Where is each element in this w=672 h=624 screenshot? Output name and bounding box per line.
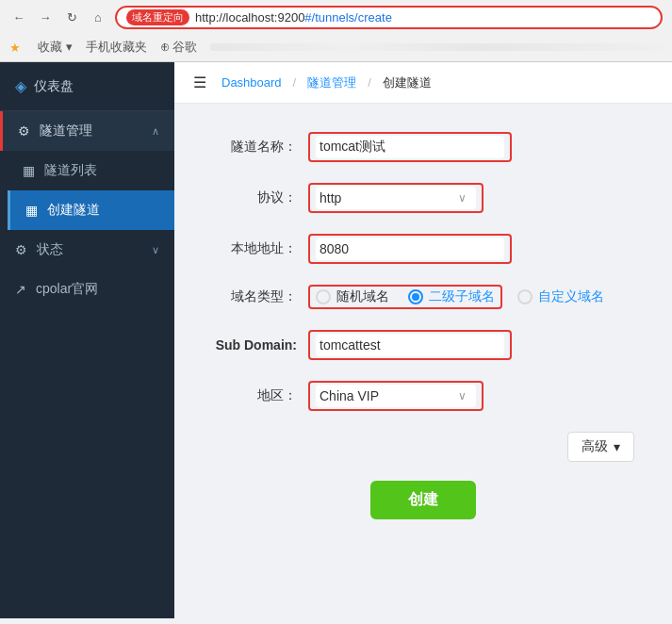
cpolar-label: cpolar官网 (36, 281, 98, 298)
local-address-highlight (308, 234, 512, 264)
home-button[interactable]: ⌂ (89, 8, 107, 27)
tunnel-name-input[interactable] (316, 136, 504, 158)
create-button[interactable]: 创建 (370, 481, 476, 519)
cpolar-icon: ↗ (15, 282, 26, 297)
form-area: 隧道名称： 协议： http https tcp udp (174, 104, 672, 618)
protocol-highlight: http https tcp udp ∨ (308, 183, 484, 213)
sidebar-item-tunnel-list[interactable]: ▦ 隧道列表 (8, 151, 174, 190)
refresh-button[interactable]: ↻ (62, 8, 81, 27)
tunnel-mgmt-arrow: ∧ (152, 125, 159, 138)
domain-type-radio-group: 随机域名 二级子域名 (316, 288, 495, 305)
sidebar-sub: ▦ 隧道列表 ▦ 创建隧道 (0, 151, 174, 230)
local-address-row: 本地地址： (212, 234, 634, 264)
bookmark-placeholder (210, 43, 663, 51)
bookmarks-bar: ★ 收藏 ▾ 手机收藏夹 ⊕ 谷歌 (9, 35, 663, 61)
tunnel-mgmt-icon: ⚙ (18, 123, 30, 139)
status-arrow: ∨ (152, 244, 159, 256)
app-layout: ◈ 仪表盘 ⚙ 隧道管理 ∧ ▦ 隧道列表 ▦ 创建隧道 ⚙ 状态 ∨ ↗ cp… (0, 62, 672, 618)
domain-random-radio[interactable] (316, 289, 331, 304)
domain-random-label: 随机域名 (336, 288, 389, 305)
create-row: 创建 (212, 481, 634, 519)
top-bar: ☰ Dashboard / 隧道管理 / 创建隧道 (174, 62, 672, 104)
redirect-badge: 域名重定向 (126, 9, 189, 25)
local-address-label: 本地地址： (212, 240, 297, 257)
sidebar-item-cpolar[interactable]: ↗ cpolar官网 (0, 270, 174, 309)
tunnel-list-label: 隧道列表 (44, 162, 97, 179)
advanced-arrow-icon: ▾ (614, 439, 620, 454)
domain-second-radio[interactable] (408, 289, 423, 304)
subdomain-input[interactable] (316, 334, 504, 356)
address-bar[interactable]: 域名重定向 http://localhost:9200#/tunnels/cre… (115, 6, 663, 29)
address-host: http://localhost:9200 (195, 10, 304, 25)
tunnel-name-row: 隧道名称： (212, 132, 634, 162)
region-highlight: China VIP China US HK ∨ (308, 381, 484, 411)
domain-random-option[interactable]: 随机域名 (316, 288, 389, 305)
subdomain-highlight (308, 330, 512, 360)
tunnel-list-icon: ▦ (23, 163, 35, 178)
forward-button[interactable]: → (36, 8, 55, 27)
domain-type-row: 域名类型： 随机域名 二级子域名 自定义 (212, 285, 634, 309)
subdomain-row: Sub Domain: (212, 330, 634, 360)
domain-custom-option[interactable]: 自定义域名 (517, 288, 604, 305)
dashboard-icon: ◈ (15, 77, 26, 95)
star-icon: ★ (9, 41, 21, 55)
tunnel-name-highlight (308, 132, 512, 162)
sidebar-item-tunnel-mgmt[interactable]: ⚙ 隧道管理 ∧ (0, 111, 174, 151)
region-label: 地区： (212, 387, 297, 404)
main-content: ☰ Dashboard / 隧道管理 / 创建隧道 隧道名称： 协议： (174, 62, 672, 618)
bookmark-google[interactable]: ⊕ 谷歌 (160, 39, 198, 56)
advanced-row: 高级 ▾ (212, 432, 634, 462)
address-hash: #/tunnels/create (304, 10, 392, 25)
sidebar-item-status[interactable]: ⚙ 状态 ∨ (0, 230, 174, 270)
local-address-input[interactable] (316, 238, 504, 260)
domain-type-highlight: 随机域名 二级子域名 (308, 285, 502, 309)
menu-icon[interactable]: ☰ (193, 74, 206, 91)
region-select-wrap: China VIP China US HK ∨ (316, 385, 476, 407)
breadcrumb-dashboard[interactable]: Dashboard (221, 75, 282, 90)
region-select[interactable]: China VIP China US HK (316, 385, 476, 407)
sidebar-item-create-tunnel[interactable]: ▦ 创建隧道 (8, 190, 174, 230)
region-row: 地区： China VIP China US HK ∨ (212, 381, 634, 411)
create-tunnel-icon: ▦ (25, 203, 38, 218)
back-button[interactable]: ← (9, 8, 28, 27)
breadcrumb-sep-1: / (293, 75, 297, 90)
address-text: http://localhost:9200#/tunnels/create (195, 10, 651, 25)
sidebar: ◈ 仪表盘 ⚙ 隧道管理 ∧ ▦ 隧道列表 ▦ 创建隧道 ⚙ 状态 ∨ ↗ cp… (0, 62, 174, 618)
protocol-label: 协议： (212, 189, 297, 206)
tunnel-name-label: 隧道名称： (212, 139, 297, 156)
advanced-button[interactable]: 高级 ▾ (567, 432, 634, 462)
protocol-select-wrap: http https tcp udp ∨ (316, 187, 476, 209)
subdomain-label: Sub Domain: (212, 337, 297, 353)
breadcrumb-create-tunnel: 创建隧道 (383, 74, 432, 91)
bookmark-favorites[interactable]: 收藏 ▾ (38, 39, 73, 56)
status-icon: ⚙ (15, 242, 27, 257)
create-tunnel-label: 创建隧道 (47, 202, 100, 219)
domain-custom-label: 自定义域名 (538, 288, 604, 305)
domain-type-label: 域名类型： (212, 288, 297, 305)
sidebar-header: ◈ 仪表盘 (0, 62, 174, 111)
tunnel-mgmt-label: 隧道管理 (40, 123, 92, 140)
domain-second-label: 二级子域名 (429, 288, 495, 305)
protocol-select[interactable]: http https tcp udp (316, 187, 476, 209)
status-label: 状态 (37, 241, 63, 258)
breadcrumb-sep-2: / (368, 75, 371, 90)
advanced-label: 高级 (582, 438, 608, 455)
domain-custom-radio[interactable] (517, 289, 533, 304)
domain-second-option[interactable]: 二级子域名 (408, 288, 495, 305)
breadcrumb-tunnel-mgmt[interactable]: 隧道管理 (307, 74, 356, 91)
bookmark-mobile[interactable]: 手机收藏夹 (86, 39, 147, 56)
dashboard-label: 仪表盘 (34, 78, 74, 95)
browser-chrome: ← → ↻ ⌂ 域名重定向 http://localhost:9200#/tun… (0, 0, 672, 62)
protocol-row: 协议： http https tcp udp ∨ (212, 183, 634, 213)
